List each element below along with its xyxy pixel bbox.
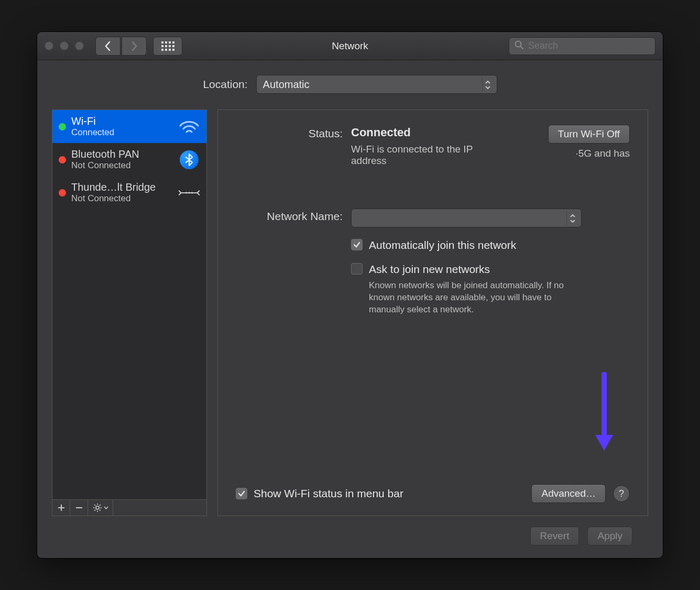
detail-bottom-row: Show Wi-Fi status in menu bar Advanced… … (236, 484, 630, 503)
back-button[interactable] (95, 37, 121, 56)
interface-text: Wi-Fi Connected (71, 115, 173, 138)
revert-button[interactable]: Revert (530, 527, 579, 545)
interface-item-bluetooth[interactable]: Bluetooth PAN Not Connected (52, 143, 206, 176)
close-window-button[interactable] (45, 41, 53, 50)
interface-text: Bluetooth PAN Not Connected (71, 148, 173, 171)
titlebar: Network (37, 32, 663, 60)
ask-join-help-text: Known networks will be joined automatica… (369, 280, 589, 316)
interface-name: Wi-Fi (71, 115, 173, 127)
interface-status: Not Connected (71, 160, 173, 171)
panels: Wi-Fi Connected (52, 110, 648, 516)
window-footer: Revert Apply (52, 516, 648, 545)
status-label: Status: (236, 126, 351, 140)
help-button[interactable]: ? (613, 485, 630, 502)
network-name-label: Network Name: (236, 209, 351, 223)
search-field[interactable] (509, 37, 655, 55)
window-controls (45, 41, 84, 50)
show-status-checkbox[interactable] (236, 488, 247, 499)
svg-point-2 (185, 192, 187, 193)
svg-line-1 (521, 46, 523, 49)
svg-point-5 (96, 506, 99, 509)
status-description-right: ·5G and has (575, 148, 630, 159)
window-title: Network (332, 40, 368, 52)
svg-point-4 (191, 192, 193, 193)
action-menu-button[interactable] (88, 500, 113, 516)
detail-pane: Status: Connected Wi-Fi is connected to … (217, 110, 648, 516)
network-name-select[interactable] (351, 209, 582, 227)
content-area: Location: Automatic Wi-Fi Connected (37, 60, 663, 558)
ask-join-checkbox[interactable] (351, 263, 363, 275)
location-row: Location: Automatic (52, 75, 648, 94)
svg-line-13 (94, 510, 95, 511)
zoom-window-button[interactable] (75, 41, 84, 50)
grid-icon (161, 41, 174, 51)
network-preferences-window: Network Location: Automatic (37, 31, 663, 559)
add-interface-button[interactable] (52, 500, 70, 516)
ask-join-row: Ask to join new networks Known networks … (236, 263, 630, 316)
auto-join-label: Automatically join this network (369, 239, 516, 252)
forward-button[interactable] (122, 37, 147, 56)
interface-status: Not Connected (71, 193, 173, 204)
apply-button[interactable]: Apply (587, 527, 632, 545)
interface-item-wifi[interactable]: Wi-Fi Connected (52, 110, 206, 143)
select-arrows-icon (566, 211, 578, 226)
interface-sidebar: Wi-Fi Connected (52, 110, 207, 516)
auto-join-checkbox[interactable] (351, 239, 363, 250)
bluetooth-icon (178, 150, 200, 169)
network-name-row: Network Name: (236, 209, 630, 227)
status-dot-icon (59, 123, 66, 130)
interface-text: Thunde…lt Bridge Not Connected (71, 181, 173, 204)
location-value: Automatic (263, 79, 310, 91)
minimize-window-button[interactable] (60, 41, 69, 50)
svg-line-12 (99, 505, 100, 506)
nav-buttons (95, 37, 147, 56)
svg-line-10 (94, 505, 95, 506)
svg-point-3 (188, 192, 190, 193)
sidebar-footer (52, 499, 206, 516)
svg-line-11 (99, 510, 100, 511)
interface-list: Wi-Fi Connected (52, 110, 206, 499)
annotation-arrow-icon (592, 372, 616, 458)
ask-join-label: Ask to join new networks (369, 263, 490, 276)
status-dot-icon (59, 156, 66, 163)
interface-name: Bluetooth PAN (71, 148, 173, 160)
auto-join-row: Automatically join this network (236, 239, 630, 252)
show-status-label: Show Wi-Fi status in menu bar (254, 487, 403, 500)
status-dot-icon (59, 189, 66, 196)
interface-status: Connected (71, 127, 173, 138)
interface-item-thunderbolt-bridge[interactable]: Thunde…lt Bridge Not Connected (52, 176, 206, 209)
wifi-icon (178, 118, 200, 135)
interface-name: Thunde…lt Bridge (71, 181, 173, 193)
remove-interface-button[interactable] (70, 500, 88, 516)
search-input[interactable] (528, 40, 650, 51)
advanced-button[interactable]: Advanced… (531, 484, 606, 503)
select-arrows-icon (482, 78, 494, 92)
show-all-button[interactable] (153, 37, 182, 56)
bridge-icon (178, 185, 200, 201)
search-icon (515, 40, 524, 52)
location-label: Location: (203, 78, 247, 91)
status-description: Wi-Fi is connected to the IP address (351, 144, 482, 167)
turn-wifi-off-button[interactable]: Turn Wi-Fi Off (548, 125, 630, 144)
location-select[interactable]: Automatic (256, 75, 497, 94)
